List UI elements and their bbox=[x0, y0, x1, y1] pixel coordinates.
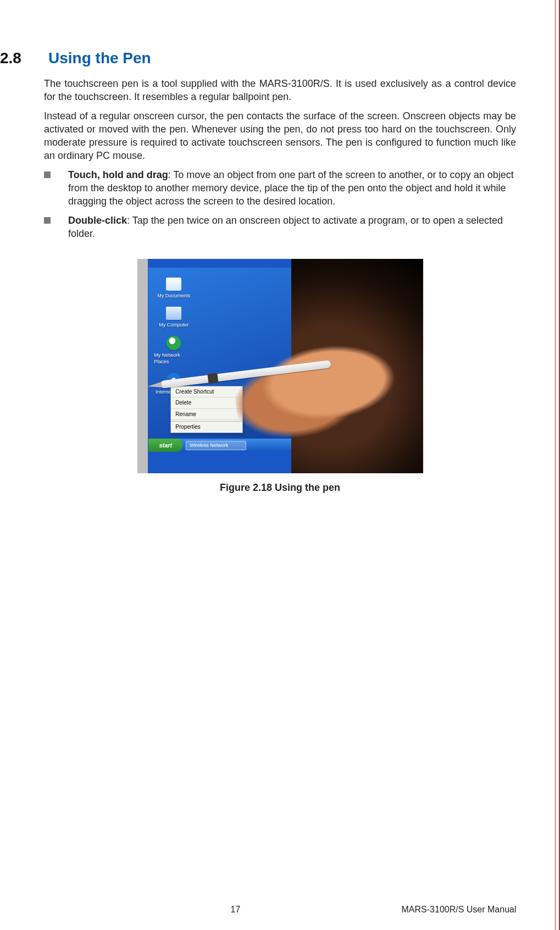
figure-block: My Documents My Computer My Network Plac… bbox=[44, 259, 516, 494]
bullet-touch-hold-drag: Touch, hold and drag: To move an object … bbox=[44, 168, 516, 208]
page-number: 17 bbox=[231, 905, 241, 915]
page: 2.8 Using the Pen The touchscreen pen is… bbox=[0, 0, 560, 930]
taskbar-tile: Wireless Network bbox=[186, 441, 246, 450]
body-text: The touchscreen pen is a tool supplied w… bbox=[44, 77, 516, 495]
bullet-double-click: Double-click: Tap the pen twice on an on… bbox=[44, 214, 516, 241]
section-title: Using the Pen bbox=[48, 49, 151, 67]
taskbar: start Wireless Network bbox=[148, 439, 303, 452]
my-network-places-icon: My Network Places bbox=[154, 336, 193, 365]
bullet-list: Touch, hold and drag: To move an object … bbox=[44, 168, 516, 240]
section-number: 2.8 bbox=[0, 49, 35, 67]
hand-illustration bbox=[229, 323, 411, 444]
page-border-right bbox=[552, 0, 560, 930]
page-footer: 17 MARS-3100R/S User Manual bbox=[0, 905, 560, 915]
menu-properties: Properties bbox=[171, 421, 242, 433]
doc-title: MARS-3100R/S User Manual bbox=[402, 905, 517, 915]
figure-image: My Documents My Computer My Network Plac… bbox=[137, 259, 423, 473]
my-documents-icon: My Documents bbox=[154, 278, 193, 299]
bullet-lead: Double-click bbox=[68, 215, 127, 226]
figure-caption: Figure 2.18 Using the pen bbox=[220, 481, 340, 494]
bullet-lead: Touch, hold and drag bbox=[68, 169, 168, 180]
my-computer-icon: My Computer bbox=[154, 307, 193, 328]
menu-create-shortcut: Create Shortcut bbox=[171, 386, 242, 398]
paragraph-2: Instead of a regular onscreen cursor, th… bbox=[44, 109, 516, 163]
menu-delete: Delete bbox=[171, 397, 242, 409]
section-heading: 2.8 Using the Pen bbox=[0, 49, 516, 67]
paragraph-1: The touchscreen pen is a tool supplied w… bbox=[44, 77, 516, 104]
bullet-text: : Tap the pen twice on an onscreen objec… bbox=[68, 215, 503, 239]
start-button: start bbox=[148, 439, 182, 452]
context-menu: Create Shortcut Delete Rename Properties bbox=[170, 386, 243, 433]
menu-rename: Rename bbox=[171, 409, 242, 420]
